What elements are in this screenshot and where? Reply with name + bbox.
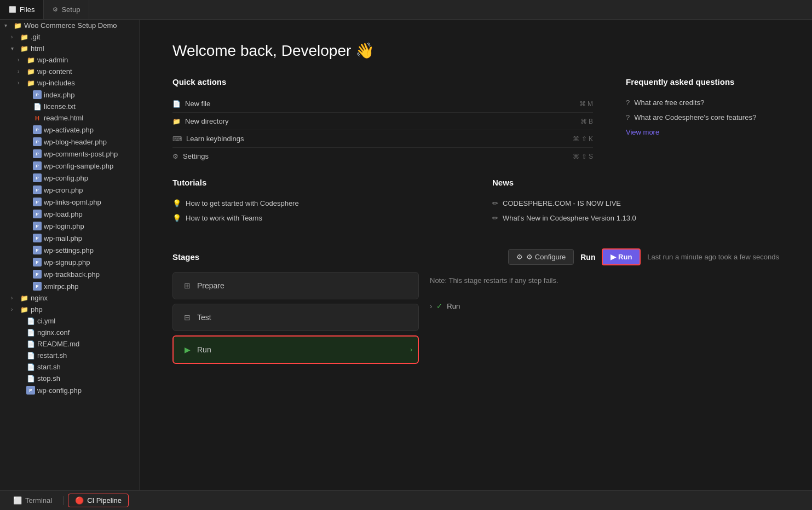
sidebar-item-restart-sh[interactable]: › 📄 restart.sh bbox=[0, 350, 139, 361]
php-file-icon: P bbox=[33, 198, 42, 206]
sidebar-item-index-php[interactable]: › P index.php bbox=[0, 89, 139, 101]
run-btn-label: ▶ Run bbox=[611, 253, 632, 261]
new-file-shortcut: ⌘ M bbox=[579, 100, 593, 108]
sidebar-item-wp-config-sample[interactable]: › P wp-config-sample.php bbox=[0, 160, 139, 172]
configure-button[interactable]: ⚙ ⚙ Configure bbox=[508, 249, 574, 265]
sidebar-item-wp-trackback[interactable]: › P wp-trackback.php bbox=[0, 268, 139, 280]
pipeline-header: Stages ⚙ ⚙ Configure Run ▶ Run Last run … bbox=[140, 242, 812, 272]
action-new-file-label: New file bbox=[185, 100, 210, 108]
chevron-right-icon: › bbox=[11, 295, 18, 301]
file-icon: 📄 bbox=[172, 100, 181, 108]
action-keybindings[interactable]: ⌨ Learn keybindings ⌘ ⇧ K bbox=[172, 130, 593, 148]
welcome-title: Welcome back, Developer 👋 bbox=[172, 42, 779, 60]
stages-label: Stages bbox=[172, 252, 227, 262]
action-left: ⚙ Settings bbox=[172, 152, 209, 160]
action-settings-label: Settings bbox=[183, 152, 209, 160]
configure-btn-label: ⚙ Configure bbox=[526, 253, 566, 261]
news-live-label: CODESPHERE.COM - IS NOW LIVE bbox=[503, 199, 621, 207]
sidebar-item-readme-html[interactable]: › H readme.html bbox=[0, 112, 139, 124]
files-icon: ⬜ bbox=[9, 6, 16, 13]
folder-icon: 📁 bbox=[20, 294, 28, 302]
stage-run[interactable]: ▶ Run › bbox=[172, 335, 419, 364]
sidebar-item-wp-cron[interactable]: › P wp-cron.php bbox=[0, 184, 139, 196]
action-new-dir-label: New directory bbox=[185, 117, 228, 125]
sidebar-item-wp-content[interactable]: › 📁 wp-content bbox=[0, 66, 139, 77]
stage-test[interactable]: ⊟ Test bbox=[172, 304, 419, 331]
folder-icon: 📁 bbox=[13, 22, 22, 30]
php-file-icon: P bbox=[33, 270, 42, 279]
welcome-section: Welcome back, Developer 👋 Quick actions … bbox=[140, 20, 812, 242]
sidebar-item-wp-login[interactable]: › P wp-login.php bbox=[0, 220, 139, 232]
sidebar-item-wp-comments-post[interactable]: › P wp-comments-post.php bbox=[0, 148, 139, 160]
sidebar-item-nginx-conf[interactable]: › 📄 nginx.conf bbox=[0, 327, 139, 338]
ci-pipeline-tab[interactable]: 🔴 CI Pipeline bbox=[68, 494, 129, 507]
sidebar-item-git[interactable]: › 📁 .git bbox=[0, 31, 139, 43]
sidebar-item-wp-links-opml[interactable]: › P wp-links-opml.php bbox=[0, 196, 139, 208]
action-keybindings-label: Learn keybindings bbox=[186, 135, 244, 143]
action-new-file[interactable]: 📄 New file ⌘ M bbox=[172, 95, 593, 113]
terminal-tab[interactable]: ⬜ Terminal bbox=[7, 494, 59, 507]
faq-free-credits-label: What are free credits? bbox=[634, 98, 704, 107]
sidebar-item-html-folder[interactable]: ▾ 📁 html bbox=[0, 43, 139, 54]
faq-section: Frequently asked questions ? What are fr… bbox=[626, 77, 779, 165]
txt-file-icon: 📄 bbox=[33, 103, 42, 111]
sidebar-item-xmlrpc[interactable]: › P xmlrpc.php bbox=[0, 280, 139, 292]
html-file-icon: H bbox=[33, 115, 42, 121]
sidebar-item-nginx[interactable]: › 📁 nginx bbox=[0, 292, 139, 304]
stage-prepare[interactable]: ⊞ Prepare bbox=[172, 272, 419, 299]
sidebar-item-readme-md[interactable]: › 📄 README.md bbox=[0, 338, 139, 350]
tutorial-get-started-label: How to get started with Codesphere bbox=[186, 199, 299, 207]
tutorial-get-started[interactable]: 💡 How to get started with Codesphere bbox=[172, 196, 459, 211]
sidebar-item-stop-sh[interactable]: › 📄 stop.sh bbox=[0, 373, 139, 384]
sidebar-item-wp-config-root[interactable]: › P wp-config.php bbox=[0, 384, 139, 396]
php-file-icon: P bbox=[33, 234, 42, 242]
faq-item-free-credits[interactable]: ? What are free credits? bbox=[626, 95, 779, 110]
sidebar-item-wp-activate[interactable]: › P wp-activate.php bbox=[0, 124, 139, 136]
php-file-icon: P bbox=[33, 137, 42, 146]
faq-item-core-features[interactable]: ? What are Codesphere's core features? bbox=[626, 110, 779, 125]
run-step-item[interactable]: › ✓ Run bbox=[430, 298, 779, 315]
news-item-live[interactable]: ✏ CODESPHERE.COM - IS NOW LIVE bbox=[492, 196, 779, 211]
pipeline-controls: ⚙ ⚙ Configure Run ▶ Run Last run a minut… bbox=[508, 248, 779, 265]
sidebar-item-wp-mail[interactable]: › P wp-mail.php bbox=[0, 232, 139, 244]
tutorials-news: Tutorials 💡 How to get started with Code… bbox=[172, 178, 779, 225]
run-section-label: Run bbox=[580, 253, 595, 262]
tutorial-teams[interactable]: 💡 How to work with Teams bbox=[172, 211, 459, 225]
bottom-bar: ⬜ Terminal 🔴 CI Pipeline bbox=[0, 490, 812, 510]
tab-setup[interactable]: ⚙ Setup bbox=[44, 0, 89, 19]
action-settings[interactable]: ⚙ Settings ⌘ ⇧ S bbox=[172, 148, 593, 165]
sidebar-item-wp-includes[interactable]: › 📁 wp-includes bbox=[0, 77, 139, 89]
stages-column: ⊞ Prepare ⊟ Test ▶ Run › bbox=[172, 272, 419, 368]
chevron-right-icon: › bbox=[18, 57, 24, 63]
main-layout: ▾ 📁 Woo Commerce Setup Demo › 📁 .git ▾ 📁… bbox=[0, 20, 812, 490]
action-left: ⌨ Learn keybindings bbox=[172, 135, 244, 143]
sidebar-item-wp-config[interactable]: › P wp-config.php bbox=[0, 172, 139, 184]
yml-file-icon: 📄 bbox=[26, 317, 35, 325]
sidebar-item-wp-admin[interactable]: › 📁 wp-admin bbox=[0, 54, 139, 66]
tab-setup-label: Setup bbox=[61, 5, 80, 14]
sidebar-item-wp-load[interactable]: › P wp-load.php bbox=[0, 208, 139, 220]
view-more-link[interactable]: View more bbox=[626, 125, 779, 140]
sidebar-item-license-txt[interactable]: › 📄 license.txt bbox=[0, 101, 139, 112]
sh-file-icon: 📄 bbox=[26, 352, 35, 360]
sidebar-root-label: Woo Commerce Setup Demo bbox=[24, 21, 135, 30]
sidebar-item-start-sh[interactable]: › 📄 start.sh bbox=[0, 361, 139, 373]
sidebar-item-wp-signup[interactable]: › P wp-signup.php bbox=[0, 256, 139, 268]
news-item-version[interactable]: ✏ What's New in Codesphere Version 1.13.… bbox=[492, 211, 779, 225]
news-title: News bbox=[492, 178, 779, 187]
action-new-directory[interactable]: 📁 New directory ⌘ B bbox=[172, 113, 593, 130]
sidebar: ▾ 📁 Woo Commerce Setup Demo › 📁 .git ▾ 📁… bbox=[0, 20, 140, 490]
tab-files[interactable]: ⬜ Files bbox=[0, 0, 44, 19]
sidebar-item-wp-settings[interactable]: › P wp-settings.php bbox=[0, 244, 139, 256]
run-button[interactable]: ▶ Run bbox=[602, 248, 641, 265]
sh-file-icon: 📄 bbox=[26, 363, 35, 371]
php-file-icon: P bbox=[33, 173, 42, 182]
sidebar-item-ci-yml[interactable]: › 📄 ci.yml bbox=[0, 315, 139, 327]
terminal-icon: ⬜ bbox=[13, 496, 22, 505]
sidebar-item-wp-blog-header[interactable]: › P wp-blog-header.php bbox=[0, 136, 139, 148]
sidebar-item-php-folder[interactable]: › 📁 php bbox=[0, 304, 139, 315]
run-details-column: Note: This stage restarts if any step fa… bbox=[419, 272, 779, 368]
sidebar-root[interactable]: ▾ 📁 Woo Commerce Setup Demo bbox=[0, 20, 139, 31]
pipeline-icon: 🔴 bbox=[75, 496, 84, 505]
action-left: 📁 New directory bbox=[172, 117, 228, 125]
